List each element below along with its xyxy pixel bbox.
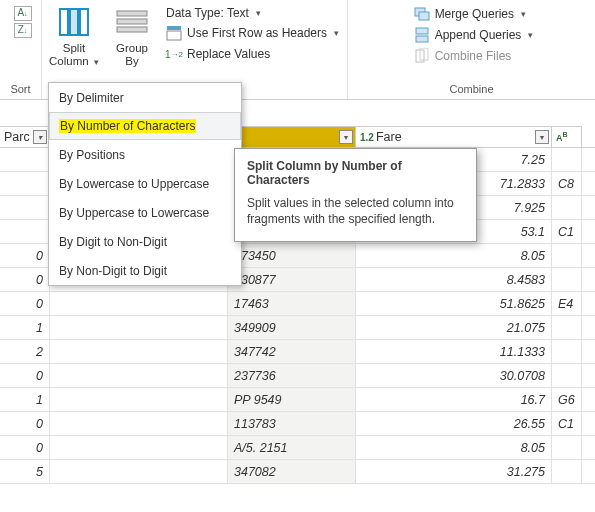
combine-group-label: Combine <box>352 81 591 99</box>
cell-ticket: 17463 <box>228 292 356 315</box>
table-row[interactable]: 011378326.55C1 <box>0 412 595 436</box>
filter-dropdown-icon[interactable]: ▾ <box>339 130 353 144</box>
cell-ticket: 349909 <box>228 316 356 339</box>
cell-parch: 0 <box>0 412 50 435</box>
svg-rect-9 <box>419 12 429 20</box>
table-row[interactable]: 01746351.8625E4 <box>0 292 595 316</box>
cell-parch: 5 <box>0 460 50 483</box>
svg-rect-1 <box>70 9 78 35</box>
cell-gap <box>50 436 228 459</box>
cell-parch: 0 <box>0 268 50 291</box>
table-row[interactable]: 023773630.0708 <box>0 364 595 388</box>
dropdown-item-by-non-digit-to-digit[interactable]: By Non-Digit to Digit <box>49 256 241 285</box>
group-by-icon <box>114 4 150 40</box>
table-row[interactable]: 1PP 954916.7G6 <box>0 388 595 412</box>
svg-rect-0 <box>60 9 68 35</box>
cell-fare: 8.4583 <box>356 268 552 291</box>
cell-ticket: 237736 <box>228 364 356 387</box>
datatype-decimal-icon: 1.2 <box>360 132 374 143</box>
table-row[interactable]: 134990921.075 <box>0 316 595 340</box>
cell-gap <box>50 388 228 411</box>
table-row[interactable]: 0A/5. 21518.05 <box>0 436 595 460</box>
dropdown-item-by-digit-to-non-digit[interactable]: By Digit to Non-Digit <box>49 227 241 256</box>
split-column-button[interactable]: SplitColumn ▾ <box>46 2 102 71</box>
cell-cabin <box>552 340 582 363</box>
cell-gap <box>50 340 228 363</box>
cell-parch <box>0 196 50 219</box>
split-column-icon <box>56 4 92 40</box>
cell-parch: 1 <box>0 316 50 339</box>
dropdown-item-by-positions[interactable]: By Positions <box>49 140 241 169</box>
cell-parch: 0 <box>0 364 50 387</box>
cell-fare: 8.05 <box>356 244 552 267</box>
table-row[interactable]: 234774211.1333 <box>0 340 595 364</box>
sort-asc-button[interactable]: A↓ <box>14 6 32 21</box>
filter-dropdown-icon[interactable]: ▾ <box>33 130 47 144</box>
cell-parch <box>0 148 50 171</box>
cell-cabin <box>552 460 582 483</box>
cell-gap <box>50 364 228 387</box>
cell-cabin <box>552 316 582 339</box>
cell-gap <box>50 316 228 339</box>
table-header-icon <box>166 25 182 41</box>
cell-cabin <box>552 436 582 459</box>
cell-parch: 0 <box>0 292 50 315</box>
cell-cabin: G6 <box>552 388 582 411</box>
replace-values-icon: 1→2 <box>166 46 182 62</box>
tooltip-title: Split Column by Number of Characters <box>247 159 464 187</box>
dropdown-item-by-uppercase-to-lowercase[interactable]: By Uppercase to Lowercase <box>49 198 241 227</box>
dropdown-item-by-lowercase-to-uppercase[interactable]: By Lowercase to Uppercase <box>49 169 241 198</box>
cell-cabin: C8 <box>552 172 582 195</box>
cell-fare: 30.0708 <box>356 364 552 387</box>
sort-desc-button[interactable]: Z↓ <box>14 23 32 38</box>
column-header-cabin[interactable]: AB <box>552 126 582 147</box>
append-queries-button[interactable]: Append Queries▾ <box>410 27 538 43</box>
column-header-parch[interactable]: Parc ▾ <box>0 126 50 147</box>
cell-cabin <box>552 148 582 171</box>
merge-queries-button[interactable]: Merge Queries▾ <box>410 6 538 22</box>
cell-parch <box>0 172 50 195</box>
svg-rect-7 <box>167 31 181 40</box>
cell-parch <box>0 220 50 243</box>
column-header-ticket[interactable]: ▾ <box>228 126 356 147</box>
combine-files-button[interactable]: Combine Files <box>410 48 538 64</box>
combine-files-icon <box>414 48 430 64</box>
cell-ticket: 373450 <box>228 244 356 267</box>
cell-parch: 1 <box>0 388 50 411</box>
svg-rect-5 <box>117 27 147 32</box>
cell-cabin <box>552 364 582 387</box>
table-row[interactable]: 534708231.275 <box>0 460 595 484</box>
cell-gap <box>50 412 228 435</box>
cell-cabin <box>552 268 582 291</box>
cell-cabin: C1 <box>552 220 582 243</box>
cell-parch: 0 <box>0 244 50 267</box>
cell-ticket: 330877 <box>228 268 356 291</box>
cell-ticket: PP 9549 <box>228 388 356 411</box>
cell-fare: 11.1333 <box>356 340 552 363</box>
dropdown-item-by-delimiter[interactable]: By Delimiter <box>49 83 241 112</box>
data-type-button[interactable]: Data Type: Text▾ <box>162 6 343 20</box>
split-column-dropdown: By DelimiterBy Number of CharactersBy Po… <box>48 82 242 286</box>
cell-fare: 31.275 <box>356 460 552 483</box>
cell-ticket: A/5. 2151 <box>228 436 356 459</box>
cell-ticket: 113783 <box>228 412 356 435</box>
sort-group-label: Sort <box>4 81 37 99</box>
cell-fare: 26.55 <box>356 412 552 435</box>
dropdown-item-by-number-of-characters[interactable]: By Number of Characters <box>49 112 241 140</box>
cell-cabin: E4 <box>552 292 582 315</box>
replace-values-button[interactable]: 1→2 Replace Values <box>162 46 343 62</box>
svg-rect-3 <box>117 11 147 16</box>
tooltip-body: Split values in the selected column into… <box>247 195 464 227</box>
merge-queries-icon <box>414 6 430 22</box>
filter-dropdown-icon[interactable]: ▾ <box>535 130 549 144</box>
append-queries-icon <box>414 27 430 43</box>
cell-ticket: 347742 <box>228 340 356 363</box>
group-by-button[interactable]: GroupBy <box>104 2 160 70</box>
column-header-fare[interactable]: 1.2 Fare ▾ <box>356 126 552 147</box>
cell-cabin <box>552 196 582 219</box>
cell-gap <box>50 292 228 315</box>
use-first-row-button[interactable]: Use First Row as Headers▾ <box>162 25 343 41</box>
cell-parch: 2 <box>0 340 50 363</box>
cell-fare: 51.8625 <box>356 292 552 315</box>
cell-fare: 21.075 <box>356 316 552 339</box>
